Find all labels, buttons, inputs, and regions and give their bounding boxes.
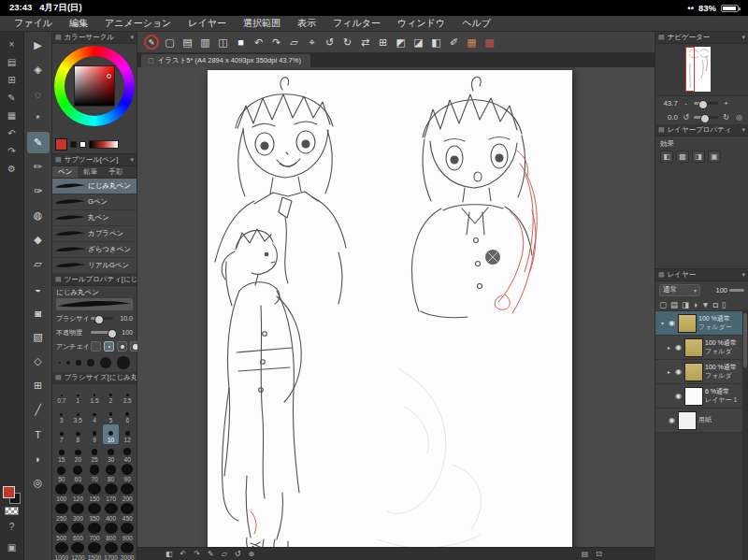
- new-canvas-icon[interactable]: ▢: [163, 35, 177, 50]
- brush-size-cell[interactable]: 350: [86, 503, 103, 523]
- quick-size-dot[interactable]: [117, 356, 130, 369]
- frame-tool[interactable]: ⊞: [27, 375, 50, 396]
- fullscreen-icon[interactable]: ⊡: [596, 550, 602, 558]
- panel-collapse-icon[interactable]: ▾: [741, 126, 745, 134]
- brush-size-cell[interactable]: 250: [53, 503, 70, 523]
- figure-tool[interactable]: ◇: [27, 351, 50, 372]
- layer-thumbnail[interactable]: [678, 411, 697, 430]
- brush-size-cell[interactable]: 6: [119, 405, 136, 424]
- layer-thumbnail[interactable]: [684, 338, 703, 357]
- brush-size-cell[interactable]: 40: [119, 444, 136, 464]
- mask-icon[interactable]: ◑: [693, 300, 698, 309]
- auto-select-tool[interactable]: *: [27, 108, 50, 129]
- layer-name[interactable]: フォルダー: [698, 323, 732, 332]
- material-icon[interactable]: ▦: [465, 35, 479, 50]
- layer-name[interactable]: 用紙: [698, 416, 712, 424]
- airbrush-tool[interactable]: ◍: [27, 205, 50, 226]
- brush-size-cell[interactable]: 3: [53, 405, 70, 424]
- panel-collapse-icon[interactable]: ▾: [741, 271, 745, 279]
- brush-size-cell[interactable]: 300: [70, 503, 87, 523]
- menu-item[interactable]: フィルター: [324, 17, 389, 30]
- brush-size-cell[interactable]: 1000: [53, 542, 70, 560]
- current-color-swatch[interactable]: [55, 138, 67, 151]
- brush-size-cell[interactable]: 200: [119, 483, 136, 503]
- layer-opacity-slider[interactable]: [729, 289, 744, 292]
- brush-size-cell[interactable]: 10: [103, 424, 120, 444]
- brush-tool[interactable]: ✑: [27, 180, 50, 202]
- border-effect-icon[interactable]: ◧: [660, 151, 673, 163]
- brush-size-cell[interactable]: 25: [86, 444, 103, 464]
- brush-size-cell[interactable]: 2: [103, 385, 120, 405]
- brush-size-cell[interactable]: 4: [86, 405, 103, 424]
- brush-size-cell[interactable]: 500: [53, 523, 70, 542]
- current-tool-indicator[interactable]: ✎: [144, 35, 159, 50]
- save-icon[interactable]: ▥: [198, 35, 212, 50]
- antialias-weak-button[interactable]: [104, 341, 114, 352]
- subtool-tab[interactable]: 手彩: [103, 166, 128, 178]
- decoration-tool[interactable]: ◆: [27, 229, 50, 251]
- brush-size-cell[interactable]: 1.5: [86, 385, 103, 405]
- paper-color-swatch[interactable]: ■: [234, 35, 248, 50]
- brush-size-cell[interactable]: 2.5: [119, 385, 136, 405]
- workspace-quick-icon[interactable]: ▤: [582, 550, 589, 558]
- menu-item[interactable]: レイヤー: [180, 17, 235, 30]
- menu-item[interactable]: ファイル: [6, 17, 61, 30]
- layer-color-icon[interactable]: ◨: [692, 151, 705, 163]
- canvas-viewport[interactable]: [137, 67, 654, 547]
- white-swatch[interactable]: [79, 141, 86, 148]
- brush-size-cell[interactable]: 150: [86, 483, 103, 503]
- subtool-item[interactable]: ざらつきペン: [52, 242, 137, 258]
- ruler-tool[interactable]: ╱: [27, 399, 50, 421]
- layer-thumbnail[interactable]: [684, 387, 703, 406]
- brush-size-cell[interactable]: 60: [70, 464, 87, 483]
- brush-size-cell[interactable]: 15: [53, 444, 70, 464]
- palette-toggle-icon[interactable]: ◧: [165, 550, 173, 558]
- subtool-tab[interactable]: 鉛筆: [78, 166, 103, 178]
- snap-special-ruler-icon[interactable]: ◪: [411, 35, 425, 50]
- rotate-right-icon[interactable]: ↻: [340, 35, 354, 50]
- zoom-out-icon[interactable]: -: [681, 99, 691, 108]
- brush-size-cell[interactable]: 80: [103, 464, 120, 483]
- snap-grid-icon[interactable]: ◧: [429, 35, 443, 50]
- brush-size-cell[interactable]: 0.7: [53, 385, 70, 405]
- layer-name[interactable]: フォルダ: [705, 348, 737, 356]
- layer-name[interactable]: フォルダ: [705, 372, 737, 381]
- reset-rotation-icon[interactable]: ◎: [734, 113, 744, 122]
- property-slider[interactable]: [91, 317, 113, 320]
- redo-icon[interactable]: ↷: [2, 142, 22, 160]
- snap-ruler-icon[interactable]: ◩: [394, 35, 408, 50]
- pen-tool[interactable]: ✎: [27, 132, 50, 153]
- panel-collapse-icon[interactable]: ▾: [130, 156, 134, 164]
- brush-size-cell[interactable]: 1200: [70, 542, 87, 560]
- visibility-eye-icon[interactable]: ◉: [674, 367, 683, 376]
- delete-layer-icon[interactable]: ▯: [722, 300, 726, 309]
- layer-thumbnail[interactable]: [678, 314, 697, 333]
- eraser-quick-icon[interactable]: ▱: [222, 550, 227, 558]
- rotate-slider[interactable]: [694, 116, 718, 119]
- layer-row[interactable]: ◉ 用紙: [655, 409, 748, 433]
- layer-scrollbar[interactable]: [742, 311, 748, 560]
- help-icon[interactable]: ?: [2, 518, 22, 536]
- navigator-view-rect[interactable]: [685, 47, 695, 92]
- subtool-item[interactable]: にじみ丸ペン: [52, 179, 137, 194]
- flip-horizontal-icon[interactable]: ⇄: [358, 35, 372, 50]
- undo-icon[interactable]: ↶: [252, 35, 266, 50]
- quick-size-dot[interactable]: [87, 359, 94, 366]
- visibility-eye-icon[interactable]: ◉: [668, 319, 676, 327]
- main-color-swatch[interactable]: [3, 486, 15, 498]
- brush-size-cell[interactable]: 120: [70, 483, 87, 503]
- layer-row[interactable]: ▸ ◉ 100 %通常 フォルダ: [655, 360, 748, 384]
- panel-menu-icon[interactable]: ▤: [658, 34, 665, 41]
- brush-size-cell[interactable]: 90: [119, 464, 136, 483]
- transparent-color-swatch[interactable]: [5, 507, 19, 515]
- brush-size-cell[interactable]: 700: [86, 523, 103, 542]
- brush-size-cell[interactable]: 900: [119, 523, 136, 542]
- brush-size-cell[interactable]: 600: [70, 523, 87, 542]
- redo-icon[interactable]: ↷: [194, 550, 200, 558]
- pencil-tool[interactable]: ✏: [27, 156, 50, 178]
- panel-menu-icon[interactable]: ▤: [658, 271, 665, 279]
- panel-menu-icon[interactable]: ▤: [55, 34, 62, 41]
- antialias-middle-button[interactable]: [117, 341, 127, 352]
- visibility-eye-icon[interactable]: ◉: [674, 392, 683, 400]
- brush-size-cell[interactable]: 1500: [86, 542, 103, 560]
